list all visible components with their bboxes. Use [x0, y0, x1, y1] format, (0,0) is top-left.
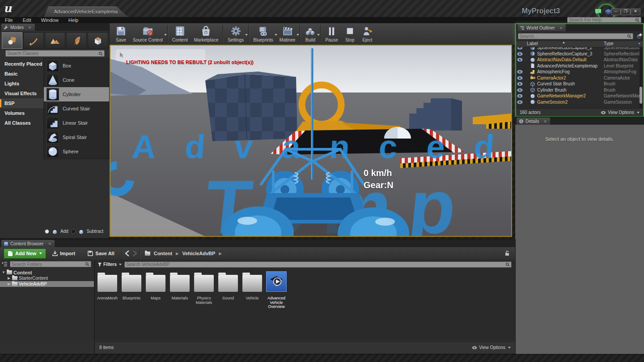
visibility-cell[interactable] — [516, 52, 524, 56]
cb-view-options[interactable]: View Options — [472, 345, 511, 350]
outliner-header[interactable]: Label ▲ Type ▼ — [516, 41, 643, 47]
outliner-view-options[interactable]: View Options — [601, 110, 640, 115]
dropdown-caret-icon[interactable] — [317, 34, 320, 36]
eye-icon[interactable] — [517, 47, 523, 50]
project-tab[interactable]: AdvancedVehicleExamplema — [44, 6, 128, 17]
save-button[interactable]: Save — [112, 25, 130, 43]
visibility-cell[interactable] — [516, 58, 524, 62]
plus-icon[interactable] — [635, 33, 642, 39]
outliner-row[interactable]: SphereReflectionCapture_2SphereReflectio… — [516, 47, 641, 51]
eye-icon[interactable] — [517, 52, 523, 56]
tree-item-startercontent[interactable]: ▶StarterContent — [0, 275, 94, 281]
category-basic[interactable]: Basic — [0, 69, 43, 79]
outliner-row[interactable]: AdvancedVehicleExamplemapLevel Blueprint — [516, 63, 641, 69]
visibility-cell[interactable] — [516, 88, 524, 92]
visibility-cell[interactable] — [516, 70, 524, 74]
foliage-mode-tab[interactable] — [66, 32, 87, 49]
blueprints-button[interactable]: Blueprints — [250, 25, 276, 43]
build-button[interactable]: Build — [301, 25, 319, 43]
column-label[interactable]: Label — [527, 41, 538, 46]
classes-search[interactable] — [5, 50, 105, 57]
eye-icon[interactable] — [517, 82, 523, 86]
minimize-button[interactable]: – — [611, 8, 621, 15]
tree-item-content[interactable]: ▼Content — [0, 269, 94, 275]
asset-advanced-vehicle-overview[interactable]: Advanced Vehicle Overview — [267, 271, 286, 309]
menu-file[interactable]: File — [0, 17, 18, 23]
save-all-button[interactable]: Save All — [81, 251, 120, 256]
source-control-button[interactable]: Source Control — [130, 25, 166, 43]
close-icon[interactable]: ✕ — [544, 119, 547, 124]
visibility-cell[interactable] — [516, 94, 524, 98]
menu-edit[interactable]: Edit — [18, 17, 36, 23]
matinee-button[interactable]: Matinee — [276, 25, 299, 43]
asset-physics-materials[interactable]: Physics Materials — [194, 271, 214, 309]
close-icon[interactable]: ✕ — [559, 26, 563, 30]
lock-icon[interactable] — [504, 250, 510, 257]
bsp-item-box[interactable]: Box — [44, 59, 109, 73]
restore-button[interactable]: ❐ — [621, 8, 631, 15]
outliner-row[interactable]: AtmosphericFogAtmosphericFog — [516, 69, 641, 75]
category-visual-effects[interactable]: Visual Effects — [0, 88, 43, 98]
outliner-row[interactable]: AbstractNavData-DefaultAbstractNavData — [516, 57, 641, 63]
tree-item-vehicleadvbp[interactable]: ▶VehicleAdvBP — [0, 281, 94, 287]
bsp-item-cone[interactable]: Cone — [44, 73, 109, 87]
breadcrumb-vehicleadvbp[interactable]: VehicleAdvBP — [182, 251, 215, 256]
asset-search-input[interactable] — [126, 262, 504, 267]
add-new-button[interactable]: Add New — [4, 248, 46, 259]
content-button[interactable]: Content — [169, 25, 191, 43]
menu-window[interactable]: Window — [36, 17, 64, 23]
landscape-mode-tab[interactable] — [45, 32, 65, 49]
dropdown-caret-icon[interactable] — [245, 34, 248, 36]
outliner-row[interactable]: SphereReflectionCapture_3SphereReflectio… — [516, 51, 641, 57]
bsp-item-spiral-stair[interactable]: Spiral Stair — [44, 130, 109, 144]
bsp-item-curved-stair[interactable]: Curved Stair — [44, 101, 109, 116]
bsp-item-cylinder[interactable]: Cylinder — [44, 87, 109, 101]
asset-materials[interactable]: Materials — [170, 271, 190, 309]
geometry-mode-tab[interactable] — [88, 32, 108, 49]
back-arrow[interactable] — [124, 250, 131, 257]
category-recently-placed[interactable]: Recently Placed — [0, 59, 43, 69]
folders-search-input[interactable] — [12, 261, 84, 267]
eye-icon[interactable] — [517, 100, 523, 104]
visibility-cell[interactable] — [516, 82, 524, 86]
help-search-input[interactable] — [569, 17, 634, 23]
help-search[interactable] — [567, 17, 641, 23]
bsp-item-sphere[interactable]: Sphere — [44, 144, 109, 159]
eye-icon[interactable] — [517, 76, 523, 80]
chevron-right-icon[interactable]: ▶ — [7, 282, 11, 286]
category-volumes[interactable]: Volumes — [0, 108, 43, 118]
outliner-search[interactable] — [518, 33, 633, 39]
visibility-cell[interactable] — [516, 76, 524, 80]
classes-search-input[interactable] — [7, 51, 97, 56]
outliner-row[interactable]: CameraActor2CameraActor — [516, 75, 641, 81]
outliner-row[interactable]: GameSession2GameSession — [516, 99, 641, 105]
visibility-cell[interactable] — [516, 47, 524, 50]
modes-tab[interactable]: Modes ✕ — [1, 24, 35, 31]
forward-arrow[interactable] — [131, 250, 138, 257]
close-icon[interactable]: ✕ — [48, 242, 51, 246]
asset-sound[interactable]: Sound — [218, 271, 238, 309]
asset-maps[interactable]: Maps — [146, 271, 165, 309]
asset-blueprints[interactable]: Blueprints — [122, 271, 141, 309]
pause-button[interactable]: Pause — [322, 25, 341, 43]
eye-icon[interactable] — [517, 88, 523, 92]
category-lights[interactable]: Lights — [0, 79, 43, 88]
settings-button[interactable]: Settings — [225, 25, 247, 43]
folders-search[interactable] — [10, 261, 91, 267]
subtract-radio[interactable] — [71, 229, 76, 234]
eye-icon[interactable] — [517, 58, 523, 62]
category-bsp[interactable]: BSP — [0, 98, 43, 108]
outliner-row[interactable]: Curved Stair BrushBrush — [516, 81, 641, 87]
bsp-item-linear-stair[interactable]: Linear Stair — [44, 116, 109, 130]
sort-ascending-icon[interactable]: ▲ — [562, 41, 565, 44]
dropdown-caret-icon[interactable] — [297, 34, 299, 36]
menu-help[interactable]: Help — [64, 17, 84, 23]
import-button[interactable]: Import — [46, 251, 81, 256]
outliner-row[interactable]: Cylinder BrushBrush — [516, 87, 641, 93]
place-mode-tab[interactable] — [2, 32, 22, 49]
close-icon[interactable]: ✕ — [28, 25, 32, 30]
visibility-cell[interactable] — [516, 100, 524, 104]
level-viewport[interactable]: Advanced Temp — [110, 45, 512, 237]
outliner-scrollbar-thumb[interactable] — [640, 87, 642, 104]
asset-search[interactable] — [124, 261, 512, 268]
